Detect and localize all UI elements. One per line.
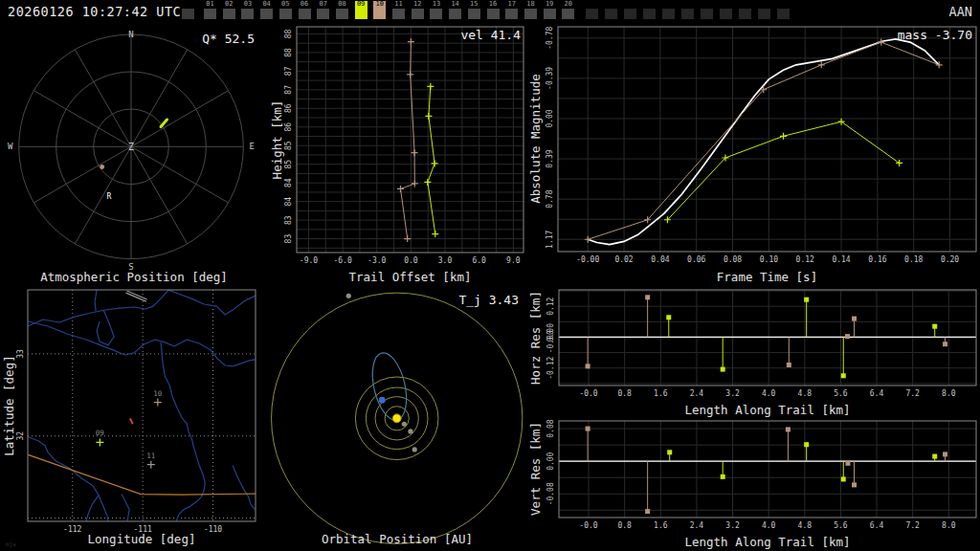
- frame-time-axis-label: Frame Time [s]: [558, 270, 976, 284]
- x-tick-label: 0.04: [651, 255, 669, 264]
- camera-cell-label: 12: [412, 1, 424, 8]
- y-tick-label: -0.12: [547, 357, 556, 380]
- camera-cell-08[interactable]: 08: [336, 1, 348, 19]
- camera-cell-box: [605, 9, 617, 19]
- y-tick-label: -0.00: [547, 330, 556, 353]
- zenith-label: Z: [128, 142, 134, 152]
- longitude-axis-label: Longitude [deg]: [28, 532, 256, 546]
- meteor-streak: [161, 120, 167, 127]
- horz_res-plot: -0.00.81.62.43.24.04.85.66.47.28.00.120.…: [526, 287, 980, 419]
- x-tick-label: 0.12: [796, 255, 814, 264]
- x-tick-label: 3.2: [725, 389, 740, 398]
- camera-cell-05[interactable]: 05: [279, 1, 292, 19]
- river-lines: [28, 290, 256, 520]
- y-tick-label: 86: [285, 103, 294, 113]
- x-tick-label: 8.0: [942, 389, 956, 398]
- plot-frame: [559, 421, 976, 518]
- map-plot: 100911-112-111-1103332: [0, 287, 268, 551]
- x-tick-label: 0.8: [617, 521, 632, 530]
- x-tick-label: -0.0: [579, 521, 597, 530]
- camera-cell-02[interactable]: 02: [223, 1, 235, 19]
- camera-cell-box: [241, 9, 254, 19]
- camera-cell-20[interactable]: 20: [562, 1, 574, 19]
- x-tick-label: 2.4: [690, 521, 704, 530]
- camera-cell-04[interactable]: 04: [260, 1, 273, 19]
- planet-dot-mars: [412, 447, 417, 452]
- compass-north-label: N: [128, 30, 133, 39]
- camera-cell-12[interactable]: 12: [412, 1, 424, 19]
- camera-cell-slot-26[interactable]: [681, 1, 694, 19]
- road-centerline: [126, 292, 146, 300]
- camera-cell-slot-27[interactable]: [701, 1, 713, 19]
- camera-cell-slot-24[interactable]: [643, 1, 656, 19]
- camera-cell-18[interactable]: 18: [524, 1, 537, 19]
- camera-cell-label: 13: [430, 1, 442, 8]
- trail-offset-panel: -9.0-6.0-3.00.03.06.09.08888878786868585…: [268, 24, 526, 287]
- y-tick-label: 0.00: [546, 109, 555, 127]
- camera-cell-slot-30[interactable]: [758, 1, 770, 19]
- camera-cell-slot-23[interactable]: [624, 1, 636, 19]
- x-tick-label: -0.00: [576, 255, 599, 264]
- x-tick-label: 7.2: [905, 389, 920, 398]
- x-tick-label: 4.0: [762, 521, 776, 530]
- border-line: [28, 454, 256, 495]
- camera-cell-07[interactable]: 07: [317, 1, 329, 19]
- camera-cell-box: [720, 9, 732, 19]
- trail-plot: -9.0-6.0-3.00.03.06.09.08888878786868585…: [268, 24, 526, 287]
- x-tick-label: 4.0: [762, 389, 776, 398]
- y-tick-label: 85: [285, 160, 294, 169]
- camera-cell-19[interactable]: 19: [544, 1, 556, 19]
- camera-cell-06[interactable]: 06: [299, 1, 311, 19]
- x-tick-label: 6.4: [870, 389, 884, 398]
- trail-length-axis-label: Length Along Trail [km]: [559, 403, 976, 417]
- camera-cell-slot-22[interactable]: [605, 1, 617, 19]
- camera-cell-17[interactable]: 17: [505, 1, 518, 19]
- vert-res-axis-label: Vert Res [km]: [528, 422, 543, 516]
- camera-cell-slot-21[interactable]: [586, 1, 598, 19]
- camera-cell-16[interactable]: 16: [487, 1, 500, 19]
- x-tick-label: 0.18: [904, 255, 923, 264]
- map-station-label: 11: [146, 452, 155, 460]
- y-tick-label: 0.12: [547, 297, 556, 315]
- camera-cell-slot-25[interactable]: [662, 1, 675, 19]
- camera-cell-box: [701, 9, 713, 19]
- camera-cell-slot-0[interactable]: [182, 1, 194, 19]
- x-tick-label: 7.2: [905, 521, 920, 530]
- camera-cell-label: 06: [299, 1, 311, 8]
- camera-cell-14[interactable]: 14: [449, 1, 461, 19]
- camera-cell-15[interactable]: 15: [468, 1, 480, 19]
- camera-cell-11[interactable]: 11: [392, 1, 405, 19]
- camera-cell-box: [204, 9, 216, 19]
- camera-cell-label: 10: [373, 1, 386, 8]
- q-star-value: Q* 52.5: [202, 32, 255, 46]
- lat-tick-label: 32: [17, 431, 26, 441]
- x-tick-label: 0.16: [868, 255, 886, 264]
- x-tick-label: 4.8: [798, 521, 813, 530]
- camera-cell-13[interactable]: 13: [430, 1, 442, 19]
- x-tick-label: 0.08: [724, 255, 742, 264]
- camera-cell-10[interactable]: 10: [373, 1, 386, 19]
- camera-cell-01[interactable]: 01: [204, 1, 216, 19]
- camera-cell-label: 17: [505, 1, 518, 8]
- horz-res-axis-label: Horz Res [km]: [528, 291, 543, 385]
- camera-cell-03[interactable]: 03: [241, 1, 254, 19]
- camera-cell-label: 05: [279, 1, 292, 8]
- camera-1-lightcurve: [585, 39, 943, 243]
- camera-cell-slot-31[interactable]: [777, 1, 790, 19]
- ground-track: [130, 419, 132, 423]
- camera-cell-label: 15: [468, 1, 480, 8]
- x-tick-label: 6.0: [472, 256, 486, 265]
- camera-cell-slot-28[interactable]: [720, 1, 732, 19]
- y-tick-label: -0.08: [547, 482, 556, 505]
- x-tick-label: 5.6: [834, 521, 848, 530]
- sun-dot: [392, 414, 401, 423]
- y-tick-label: 88: [285, 29, 294, 38]
- camera-cell-box: [544, 9, 556, 19]
- camera-cell-label: 07: [317, 1, 329, 8]
- light-curve-panel: -0.000.020.040.060.080.100.120.140.160.1…: [526, 24, 980, 287]
- camera-cell-09[interactable]: 09: [355, 1, 368, 19]
- compass-west-label: W: [8, 142, 13, 151]
- x-tick-label: 4.8: [798, 389, 813, 398]
- camera-cell-slot-29[interactable]: [739, 1, 751, 19]
- x-tick-label: 6.4: [870, 521, 884, 530]
